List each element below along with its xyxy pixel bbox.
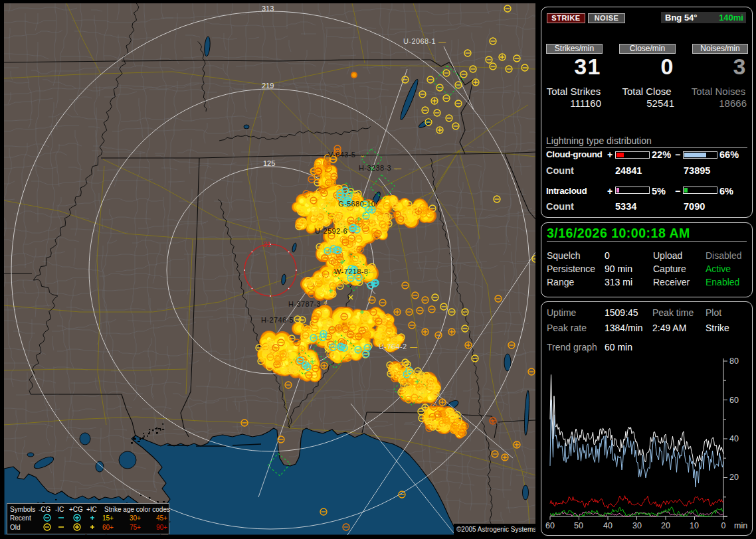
svg-text:10: 10	[690, 521, 699, 530]
svg-text:—: —	[394, 164, 401, 172]
svg-text:—: —	[369, 268, 377, 275]
svg-text:80: 80	[729, 356, 739, 366]
svg-text:min: min	[734, 521, 747, 530]
svg-text:0: 0	[721, 521, 726, 530]
svg-text:—: —	[410, 343, 417, 350]
svg-text:125: 125	[263, 159, 275, 167]
svg-text:31: 31	[263, 240, 271, 248]
svg-text:⌄: ⌄	[350, 227, 356, 235]
svg-text:G-5680-10: G-5680-10	[338, 200, 375, 208]
svg-text:W-7218-8: W-7218-8	[334, 268, 368, 275]
svg-text:H-2746-5: H-2746-5	[261, 316, 294, 324]
svg-text:—: —	[296, 316, 304, 324]
svg-text:V-643-5: V-643-5	[328, 151, 355, 159]
svg-text:40: 40	[729, 434, 739, 443]
svg-text:20: 20	[729, 473, 739, 482]
svg-text:U-2068-1: U-2068-1	[403, 37, 436, 45]
svg-text:30: 30	[632, 521, 642, 530]
svg-text:60: 60	[729, 396, 739, 405]
svg-text:40: 40	[603, 521, 613, 530]
svg-text:^: ^	[324, 300, 328, 308]
svg-text:H-3238-3: H-3238-3	[359, 164, 391, 172]
svg-text:219: 219	[262, 82, 274, 90]
svg-text:©2005 Astrogenic Systems: ©2005 Astrogenic Systems	[456, 526, 536, 533]
svg-text:⌄: ⌄	[359, 151, 365, 159]
svg-text:—: —	[438, 37, 446, 45]
svg-text:H-3787-3: H-3787-3	[288, 300, 321, 308]
svg-text:U-764-2: U-764-2	[379, 343, 407, 350]
svg-text:60: 60	[545, 521, 555, 530]
svg-text:313: 313	[262, 5, 274, 13]
svg-text:U-2592-6: U-2592-6	[315, 227, 347, 235]
svg-text:20: 20	[661, 521, 670, 530]
svg-text:50: 50	[574, 521, 583, 530]
